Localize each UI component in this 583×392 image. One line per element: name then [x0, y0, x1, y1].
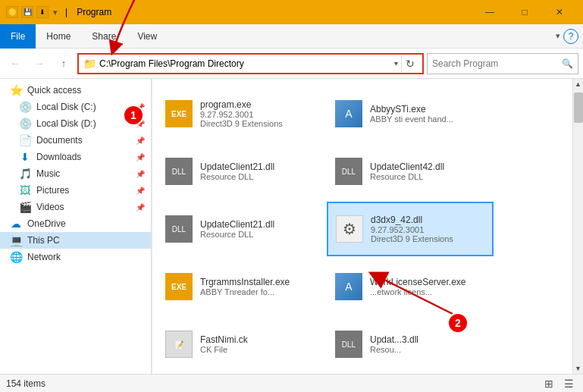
dll-file-icon: DLL [335, 158, 362, 185]
back-button[interactable]: ← [5, 53, 26, 74]
dll-file-icon: DLL [335, 331, 362, 358]
dll-file-icon: DLL [165, 158, 193, 185]
sidebar-item-label-documents: Documents [36, 135, 83, 146]
file-area: EXEprogram.exe9.27.952.3001Direct3D 9 Ex… [152, 79, 572, 374]
address-box[interactable]: 📁 C:\Program Files\Program Directory ▾ ↻ [77, 53, 424, 74]
file-name-d3dx9-dll: d3dx9_42.dll [371, 215, 486, 225]
pin-icon-videos: 📌 [136, 203, 145, 212]
tab-share[interactable]: Share [81, 24, 127, 49]
file-detail1-updateclient21-dll: Resource DLL [200, 172, 317, 181]
disk-c-icon: 💿 [18, 101, 32, 113]
file-detail1-program-exe: 9.27.952.3001 [200, 110, 317, 119]
main-area: ⭐ Quick access 💿 Local Disk (C:) 📌 💿 Loc… [0, 79, 583, 374]
quick-access-icon: ⭐ [9, 84, 23, 96]
sidebar-item-quick-access[interactable]: ⭐ Quick access [0, 82, 151, 99]
file-info-updateclient21-dll: UpdateClient21.dllResource DLL [200, 162, 317, 181]
quick-icon-2[interactable]: 💾 [21, 6, 33, 18]
titlebar: 🟡 💾 ⬇ ▾ | Program — □ ✕ [0, 0, 583, 24]
minimize-button[interactable]: — [472, 0, 507, 24]
scroll-up-button[interactable]: ▲ [573, 79, 584, 89]
sidebar-item-documents[interactable]: 📄 Documents 📌 [0, 132, 151, 149]
exe-file-icon: EXE [165, 100, 193, 127]
maximize-button[interactable]: □ [507, 0, 542, 24]
music-icon: 🎵 [18, 168, 32, 180]
file-item-d3dx9-dll[interactable]: ⚙d3dx9_42.dll9.27.952.3001Direct3D 9 Ext… [327, 202, 494, 256]
sidebar-item-local-d[interactable]: 💿 Local Disk (D:) 📌 [0, 115, 151, 132]
file-name-updateclient42-dll: UpdateClient42.dll [370, 162, 487, 172]
sidebar-item-music[interactable]: 🎵 Music 📌 [0, 165, 151, 182]
up-button[interactable]: ↑ [53, 53, 74, 74]
exe-file-icon: EXE [165, 273, 193, 300]
sidebar-item-this-pc[interactable]: 💻 This PC [0, 232, 151, 249]
scroll-down-button[interactable]: ▼ [573, 363, 584, 374]
sidebar-item-videos[interactable]: 🎬 Videos 📌 [0, 199, 151, 215]
file-item-trgramms-exe[interactable]: EXETrgrammsInstaller.exeABBY Tnreader fo… [157, 259, 324, 314]
sidebar-item-label-onedrive: OneDrive [27, 218, 66, 229]
item-count: 154 items [6, 378, 45, 389]
file-detail1-update3-dll: Resou... [370, 345, 487, 354]
refresh-button[interactable]: ↻ [401, 55, 418, 72]
quick-icon-3[interactable]: ⬇ [36, 6, 49, 18]
disk-d-icon: 💿 [18, 118, 32, 130]
sidebar-item-local-c[interactable]: 💿 Local Disk (C:) 📌 [0, 99, 151, 115]
sidebar-item-onedrive[interactable]: ☁ OneDrive [0, 215, 151, 232]
address-dropdown-icon[interactable]: ▾ [394, 59, 398, 67]
file-item-fastnimi-ck[interactable]: 📝FastNimi.ckCK File [157, 317, 324, 372]
file-detail2-program-exe: Direct3D 9 Extensions [200, 119, 317, 128]
titlebar-quick-icons: 🟡 💾 ⬇ ▾ [6, 6, 58, 18]
sidebar-item-pictures[interactable]: 🖼 Pictures 📌 [0, 182, 151, 199]
pin-icon-c: 📌 [136, 103, 145, 111]
status-bar: 154 items ⊞ ☰ [0, 374, 583, 392]
tab-view[interactable]: View [127, 24, 168, 49]
pin-icon-downloads: 📌 [136, 153, 145, 162]
file-detail1-updateclient42-dll: Resource DLL [370, 172, 487, 181]
file-name-updateclient21-dll: UpdateClient21.dll [200, 162, 317, 172]
file-item-updateclient21b-dll[interactable]: DLLUpdateClient21.dllResource DLL [157, 202, 324, 256]
tab-home[interactable]: Home [36, 24, 81, 49]
file-item-update3-dll[interactable]: DLLUpdat...3.dllResou... [327, 317, 494, 372]
sidebar-item-label-quick-access: Quick access [27, 85, 81, 96]
file-item-updateclient21-dll[interactable]: DLLUpdateClient21.dllResource DLL [157, 144, 324, 199]
sidebar-item-label-pictures: Pictures [36, 185, 69, 196]
file-info-update3-dll: Updat...3.dllResou... [370, 334, 487, 354]
file-info-work-license-exe: WorkLicenseServer.exe...etwork licens... [370, 277, 487, 296]
file-area-wrapper: EXEprogram.exe9.27.952.3001Direct3D 9 Ex… [152, 79, 583, 374]
scrollbar[interactable]: ▲ ▼ [572, 79, 583, 374]
help-button[interactable]: ? [563, 29, 578, 44]
ck-file-icon: 📝 [165, 331, 193, 358]
pictures-icon: 🖼 [18, 184, 32, 196]
sidebar-item-downloads[interactable]: ⬇ Downloads 📌 [0, 149, 151, 165]
scroll-thumb[interactable] [574, 93, 583, 123]
sidebar-item-network[interactable]: 🌐 Network [0, 249, 151, 265]
quick-icon-1[interactable]: 🟡 [6, 6, 18, 18]
view-controls: ⊞ ☰ [541, 375, 577, 392]
tab-file[interactable]: File [0, 24, 36, 49]
address-bar: ← → ↑ 📁 C:\Program Files\Program Directo… [0, 49, 583, 79]
file-name-updateclient21b-dll: UpdateClient21.dll [200, 219, 317, 230]
this-pc-icon: 💻 [9, 234, 23, 246]
list-view-button[interactable]: ⊞ [541, 375, 557, 392]
onedrive-icon: ☁ [9, 218, 23, 230]
pin-icon-docs: 📌 [136, 136, 145, 145]
file-item-abbyysti-exe[interactable]: AAbbyySTi.exeABBY sti event hand... [327, 86, 494, 141]
details-view-button[interactable]: ☰ [560, 375, 577, 392]
file-name-program-exe: program.exe [200, 99, 317, 110]
blue-file-icon: A [335, 273, 362, 300]
file-info-fastnimi-ck: FastNimi.ckCK File [200, 334, 317, 354]
file-item-program-exe[interactable]: EXEprogram.exe9.27.952.3001Direct3D 9 Ex… [157, 86, 324, 141]
search-input[interactable] [432, 58, 559, 69]
sidebar: ⭐ Quick access 💿 Local Disk (C:) 📌 💿 Loc… [0, 79, 152, 374]
dll-file-icon: DLL [165, 215, 193, 243]
file-detail1-d3dx9-dll: 9.27.952.3001 [371, 225, 486, 234]
forward-button[interactable]: → [29, 53, 50, 74]
file-info-trgramms-exe: TrgrammsInstaller.exeABBY Tnreader fo... [200, 277, 317, 296]
file-item-work-license-exe[interactable]: AWorkLicenseServer.exe...etwork licens..… [327, 259, 494, 314]
window-title: Program [77, 7, 111, 17]
file-item-updateclient42-dll[interactable]: DLLUpdateClient42.dllResource DLL [327, 144, 494, 199]
ribbon-collapse-icon[interactable]: ▾ [556, 31, 560, 41]
gear-file-icon: ⚙ [336, 215, 363, 243]
close-button[interactable]: ✕ [542, 0, 577, 24]
file-name-work-license-exe: WorkLicenseServer.exe [370, 277, 487, 287]
search-box[interactable]: 🔍 [427, 53, 578, 74]
pin-icon-music: 📌 [136, 170, 145, 178]
